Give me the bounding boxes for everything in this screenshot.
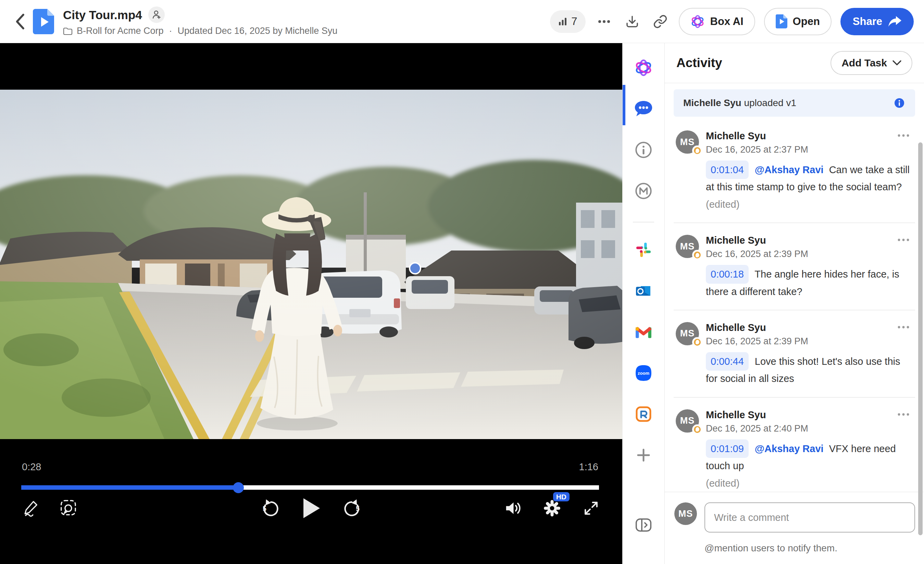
sidebar-slack-button[interactable] — [631, 239, 656, 261]
link-icon — [653, 14, 668, 29]
comment-options-button[interactable] — [894, 322, 913, 332]
sidebar-box-ai-button[interactable] — [631, 57, 656, 79]
slack-icon — [636, 242, 651, 258]
volume-button[interactable] — [502, 497, 524, 519]
more-options-button[interactable] — [594, 12, 614, 31]
person-add-icon — [152, 10, 161, 19]
file-title-block: City Tour.mp4 B-Roll for Acme Corp · Upd… — [63, 6, 338, 36]
comment-text: 0:01:09 @Akshay Ravi VFX here need touch… — [706, 440, 913, 491]
header-actions: 7 — [550, 8, 914, 35]
video-player: 0:28 1:16 — [0, 43, 622, 564]
timestamp-chip[interactable]: 0:00:18 — [706, 265, 748, 283]
timestamp-chip[interactable]: 0:01:04 — [706, 160, 748, 179]
sidebar-divider — [633, 222, 654, 223]
activity-feed: Michelle Syu uploaded v1 MS Michelle Sy — [665, 83, 924, 492]
hd-quality-badge: HD — [553, 492, 570, 501]
comment-author: Michelle Syu — [706, 130, 913, 142]
sidebar-info-button[interactable] — [631, 139, 656, 161]
copy-link-button[interactable] — [651, 12, 670, 31]
breadcrumb: B-Roll for Acme Corp · Updated Dec 16, 2… — [63, 25, 338, 36]
annotate-button[interactable] — [20, 497, 42, 519]
player-controls: 5 5 — [0, 497, 622, 528]
duration: 1:16 — [579, 461, 598, 473]
rewind-5-icon: 5 — [261, 498, 281, 519]
timestamp-chip[interactable]: 0:01:09 — [706, 440, 748, 458]
comment-date: Dec 16, 2025 at 2:39 PM — [706, 336, 913, 347]
collapse-panel-button[interactable] — [631, 514, 656, 536]
upload-author: Michelle Syu — [683, 97, 741, 108]
sidebar-comments-button[interactable] — [631, 98, 656, 120]
fullscreen-button[interactable] — [580, 497, 602, 519]
open-button[interactable]: Open — [764, 8, 831, 35]
sidebar-ringcentral-button[interactable] — [631, 403, 656, 425]
video-file-icon — [33, 9, 54, 34]
skip-back-5-button[interactable]: 5 — [260, 497, 282, 519]
mention-link[interactable]: @Akshay Ravi — [755, 164, 824, 175]
skip-forward-5-button[interactable]: 5 — [340, 497, 363, 519]
play-icon — [302, 498, 321, 519]
box-preview-app: City Tour.mp4 B-Roll for Acme Corp · Upd… — [0, 0, 924, 564]
avatar: MS — [676, 130, 699, 154]
current-time: 0:28 — [22, 461, 41, 473]
avatar: MS — [674, 503, 697, 525]
header: City Tour.mp4 B-Roll for Acme Corp · Upd… — [0, 0, 924, 43]
add-collaborator-button[interactable] — [148, 6, 165, 23]
add-task-button[interactable]: Add Task — [831, 51, 912, 75]
info-circle-icon — [634, 141, 652, 159]
seek-handle[interactable] — [233, 482, 244, 493]
activity-panel: Activity Add Task Michelle Syu uploaded … — [664, 43, 924, 564]
gmail-icon — [635, 325, 652, 339]
sidebar-metadata-button[interactable] — [631, 180, 656, 202]
timestamp-chip[interactable]: 0:00:44 — [706, 352, 748, 371]
sidebar-gmail-button[interactable] — [631, 321, 656, 343]
main-content: 0:28 1:16 — [0, 43, 924, 564]
share-arrow-icon — [888, 16, 902, 27]
svg-text:zoom: zoom — [638, 371, 650, 376]
region-comment-button[interactable] — [57, 497, 80, 519]
edited-label: (edited) — [706, 475, 913, 491]
box-ai-button[interactable]: Box AI — [679, 8, 755, 35]
comment-text: 0:00:44 Love this shot! Let's also use t… — [706, 352, 913, 387]
back-button[interactable] — [10, 12, 30, 31]
comment-composer: MS @mention users to notify them. — [665, 492, 924, 564]
pencil-draw-icon — [22, 499, 40, 517]
comment-input[interactable] — [705, 503, 915, 533]
comment-options-button[interactable] — [894, 409, 913, 420]
comment-options-button[interactable] — [894, 130, 913, 141]
svg-text:5: 5 — [356, 505, 360, 512]
breadcrumb-folder[interactable]: B-Roll for Acme Corp — [77, 25, 164, 36]
video-frame[interactable] — [0, 90, 622, 439]
upload-info-button[interactable] — [893, 97, 906, 109]
share-button[interactable]: Share — [840, 8, 914, 35]
play-button[interactable] — [300, 497, 322, 519]
sidebar-zoom-button[interactable]: zoom — [631, 362, 656, 384]
scrollbar-thumb[interactable] — [918, 142, 922, 535]
settings-button[interactable]: HD — [541, 497, 563, 519]
add-task-label: Add Task — [842, 57, 887, 69]
bar-chart-icon — [558, 17, 567, 26]
box-ai-atom-icon — [634, 58, 653, 77]
comment-item: MS Michelle Syu Dec 16, 2025 at 2:39 PM … — [674, 310, 915, 398]
plus-icon — [636, 448, 651, 463]
volume-icon — [504, 499, 523, 518]
metadata-m-icon — [634, 182, 652, 200]
active-tab-indicator — [622, 85, 626, 125]
app-sidebar: zoom — [622, 43, 664, 564]
mention-hint: @mention users to notify them. — [705, 543, 915, 554]
mention-link[interactable]: @Akshay Ravi — [755, 443, 824, 454]
seek-bar[interactable] — [21, 485, 599, 490]
outlook-icon — [635, 283, 652, 298]
comment-date: Dec 16, 2025 at 2:40 PM — [706, 423, 913, 434]
sidebar-outlook-button[interactable] — [631, 280, 656, 302]
forward-5-icon: 5 — [342, 498, 362, 519]
views-count-button[interactable]: 7 — [550, 10, 585, 33]
download-button[interactable] — [622, 12, 642, 31]
comment-options-button[interactable] — [894, 235, 913, 245]
comment-item: MS Michelle Syu Dec 16, 2025 at 2:40 PM … — [674, 398, 915, 492]
comment-author: Michelle Syu — [706, 409, 913, 420]
presence-badge-icon — [692, 250, 702, 260]
sidebar-add-app-button[interactable] — [631, 444, 656, 466]
activity-header: Activity Add Task — [665, 43, 924, 83]
comment-date: Dec 16, 2025 at 2:39 PM — [706, 249, 913, 259]
comment-item: MS Michelle Syu Dec 16, 2025 at 2:37 PM … — [674, 119, 915, 223]
